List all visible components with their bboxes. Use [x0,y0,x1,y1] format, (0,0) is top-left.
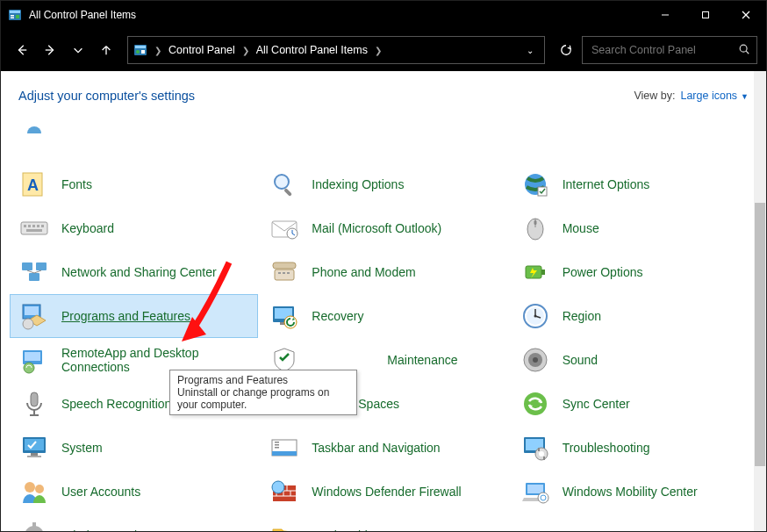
svg-rect-36 [22,262,32,270]
breadcrumb-root[interactable]: Control Panel [168,44,235,56]
caret-down-icon: ▼ [741,92,749,101]
item-sound[interactable]: Sound [511,338,759,382]
svg-point-88 [539,451,544,457]
item-label: Mouse [563,221,599,235]
refresh-button[interactable] [554,36,578,64]
up-button[interactable] [94,38,118,62]
content-header: Adjust your computer's settings View by:… [1,71,766,110]
item-programs-features[interactable]: Programs and Features [10,294,258,338]
item-label: Windows Defender Firewall [312,485,461,499]
address-history-dropdown[interactable]: ⌄ [521,46,539,55]
search-icon [269,169,299,199]
mouse-icon [520,213,550,243]
tooltip-body: Uninstall or change programs on your com… [177,386,349,411]
item-label: Sync Center [563,397,630,411]
item-region[interactable]: Region [511,294,759,338]
item-system[interactable]: System [10,426,258,470]
svg-point-15 [740,45,747,52]
item-label: Phone and Modem [312,265,415,279]
box-icon [19,301,49,331]
svg-rect-12 [135,46,146,48]
item-network-sharing[interactable]: Network and Sharing Center [10,250,258,294]
items-viewport: A Fonts Indexing Options Internet Option… [1,110,766,524]
svg-rect-29 [41,225,44,227]
svg-rect-1 [10,11,20,13]
item-troubleshooting[interactable]: Troubleshooting [511,426,759,470]
viewby-dropdown[interactable]: Large icons▼ [680,90,749,102]
recent-locations-button[interactable] [66,38,90,62]
svg-rect-66 [31,392,38,406]
item-windows-tools[interactable]: Windows Tools [10,514,258,531]
svg-point-92 [35,485,44,493]
svg-point-62 [24,363,34,373]
svg-line-40 [34,270,41,273]
vertical-scrollbar[interactable] [754,71,766,531]
svg-line-16 [746,51,749,54]
item-fonts[interactable]: A Fonts [10,162,258,206]
item-user-accounts[interactable]: User Accounts [10,470,258,514]
svg-point-75 [524,392,547,415]
svg-rect-83 [275,444,279,446]
svg-rect-42 [273,262,296,269]
laptop-icon [520,477,550,507]
list-item-clipped[interactable] [10,119,258,134]
svg-rect-89 [538,448,540,451]
maximize-button[interactable] [685,1,726,29]
item-windows-defender-firewall[interactable]: Windows Defender Firewall [260,470,508,514]
close-button[interactable] [726,1,766,29]
svg-rect-47 [541,270,545,275]
battery-icon [520,257,550,287]
item-phone-modem[interactable]: Phone and Modem [260,250,508,294]
addr-control-panel-icon [133,43,147,57]
item-windows-mobility-center[interactable]: Windows Mobility Center [511,470,759,514]
network-icon [19,257,49,287]
svg-rect-38 [29,273,39,281]
svg-rect-103 [527,485,543,493]
item-indexing-options[interactable]: Indexing Options [260,162,508,206]
mail-icon [269,213,299,243]
chevron-right-icon[interactable]: ❯ [375,46,382,55]
item-mouse[interactable]: Mouse [511,206,759,250]
address-bar[interactable]: ❯ Control Panel ❯ All Control Panel Item… [127,36,545,64]
forward-button[interactable] [38,38,62,62]
svg-point-101 [272,481,284,493]
search-icon[interactable] [738,43,750,59]
search-input[interactable] [582,36,757,64]
phone-icon [269,257,299,287]
back-button[interactable] [10,38,34,62]
list-item-clipped[interactable] [511,119,759,134]
control-panel-window: All Control Panel Items ❯ Control Panel … [0,0,767,532]
item-mail[interactable]: Mail (Microsoft Outlook) [260,206,508,250]
item-taskbar-navigation[interactable]: Taskbar and Navigation [260,426,508,470]
minimize-button[interactable] [645,1,685,29]
item-recovery[interactable]: Recovery [260,294,508,338]
svg-rect-84 [275,447,279,449]
item-label: Windows Mobility Center [563,485,698,499]
item-power-options[interactable]: Power Options [511,250,759,294]
svg-rect-49 [25,306,39,315]
item-label: Power Options [563,265,643,279]
chevron-right-icon[interactable]: ❯ [154,46,161,55]
page-title: Adjust your computer's settings [18,89,195,103]
svg-rect-82 [275,442,279,443]
tooltip: Programs and Features Uninstall or chang… [169,370,357,415]
item-label: Recovery [312,309,363,323]
svg-rect-90 [543,457,545,460]
item-sync-center[interactable]: Sync Center [511,382,759,426]
breadcrumb-current[interactable]: All Control Panel Items [256,44,368,56]
list-item-clipped[interactable] [260,119,508,134]
item-label: Fonts [61,177,92,191]
item-work-folders[interactable]: Work Folders [260,514,508,531]
item-internet-options[interactable]: Internet Options [511,162,759,206]
items-grid: A Fonts Indexing Options Internet Option… [10,119,759,531]
chevron-right-icon[interactable]: ❯ [242,46,249,55]
titlebar: All Control Panel Items [1,1,766,29]
svg-rect-79 [27,456,41,457]
item-keyboard[interactable]: Keyboard [10,206,258,250]
scrollbar-thumb[interactable] [755,203,765,466]
svg-point-91 [25,482,35,492]
svg-rect-3 [11,18,14,19]
item-label: Mail (Microsoft Outlook) [312,221,441,235]
svg-rect-28 [37,225,39,227]
users-icon [19,477,49,507]
